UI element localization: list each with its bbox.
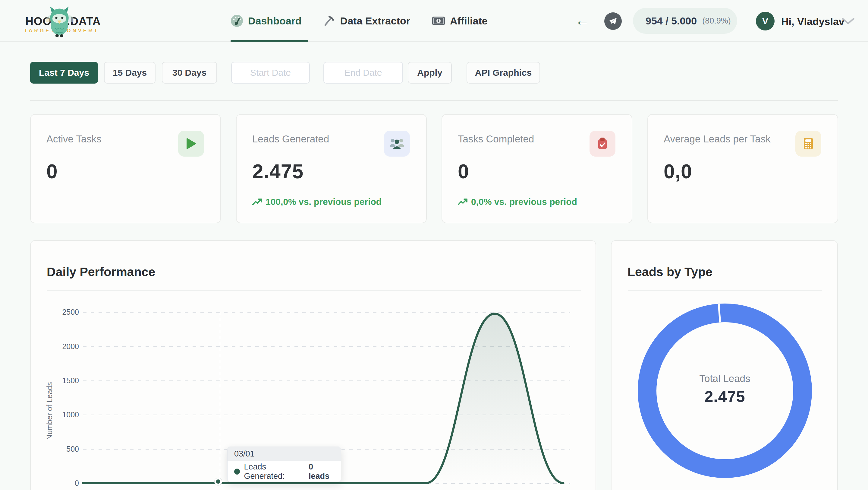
total-leads-value: 2.475 (668, 387, 781, 405)
usage-quota-badge[interactable]: 954 / 5.000 (80.9%) (633, 8, 737, 34)
stat-value: 0 (46, 160, 58, 183)
usage-used: 954 (646, 15, 663, 27)
filter-bar: Last 7 Days 15 Days 30 Days - Apply API … (30, 62, 838, 84)
back-arrow-icon[interactable]: ← (575, 12, 590, 29)
user-greeting[interactable]: Hi, Vladyslav (781, 16, 844, 27)
tab-data-extractor-label: Data Extractor (340, 15, 410, 27)
daily-performance-panel: Daily Performance Number of Leads 2500 2… (30, 240, 596, 490)
top-header: HOOT .DATA TARGET & CONVERT Dashboard (0, 0, 868, 41)
pickaxe-icon (323, 15, 336, 27)
stat-title: Average Leads per Task (664, 133, 771, 145)
stat-card-tasks-completed: Tasks Completed 0 0,0% vs. previous peri… (441, 114, 632, 223)
filter-15-days-button[interactable]: 15 Days (104, 62, 156, 84)
api-graphics-button[interactable]: API Graphics (467, 62, 540, 84)
play-icon (178, 131, 204, 156)
usage-separator: / (665, 15, 668, 27)
filters-divider (30, 100, 838, 101)
stat-delta: 100,0% vs. previous period (252, 197, 381, 207)
trend-up-icon (458, 198, 468, 206)
active-tab-underline (230, 40, 308, 42)
tooltip-date: 03/01 (227, 447, 341, 461)
chevron-down-icon[interactable] (841, 18, 855, 25)
stat-delta-text: 100,0% vs. previous period (266, 197, 381, 207)
telegram-plane-glyph (609, 17, 618, 26)
stat-delta: 0,0% vs. previous period (458, 197, 577, 207)
filter-30-days-button[interactable]: 30 Days (162, 62, 217, 84)
clipboard-check-icon (590, 131, 615, 156)
chart-tooltip: 03/01 Leads Generated: 0 leads (227, 446, 341, 482)
usage-total: 5.000 (671, 15, 697, 27)
stat-title: Tasks Completed (458, 133, 534, 145)
app-logo[interactable]: HOOT .DATA TARGET & CONVERT (24, 4, 93, 37)
banknote-icon (432, 16, 445, 26)
stat-card-leads-generated: Leads Generated 2.475 100,0% vs. previou… (236, 114, 427, 223)
tab-data-extractor[interactable]: Data Extractor (323, 15, 410, 27)
people-icon (384, 131, 410, 156)
tab-affiliate[interactable]: Affiliate (432, 15, 488, 27)
stat-value: 0 (458, 160, 469, 183)
filter-last-7-days-button[interactable]: Last 7 Days (30, 62, 98, 84)
stat-value: 0,0 (664, 160, 692, 183)
stat-delta-text: 0,0% vs. previous period (471, 197, 577, 207)
stat-title: Leads Generated (252, 133, 329, 145)
trend-up-icon (252, 198, 262, 206)
stat-card-average-leads: Average Leads per Task 0,0 (647, 114, 838, 223)
start-date-input[interactable] (231, 62, 310, 84)
total-leads-label: Total Leads (668, 373, 781, 384)
hovered-data-point[interactable] (215, 478, 222, 485)
gauge-icon (230, 15, 243, 27)
usage-text: 954 / 5.000 (646, 15, 697, 27)
calculator-icon (795, 131, 821, 156)
stat-card-active-tasks: Active Tasks 0 (30, 114, 221, 223)
tab-dashboard[interactable]: Dashboard (230, 15, 302, 27)
telegram-icon[interactable] (604, 12, 622, 30)
end-date-input[interactable] (323, 62, 403, 84)
logo-owl-icon (43, 4, 76, 37)
stat-title: Active Tasks (46, 133, 101, 145)
series-color-dot (234, 468, 240, 474)
stat-value: 2.475 (252, 160, 304, 183)
donut-center-text: Total Leads 2.475 (668, 373, 781, 405)
apply-button[interactable]: Apply (408, 62, 452, 84)
tooltip-series-label: Leads Generated: (244, 462, 305, 481)
main-nav: Dashboard Data Extractor Affiliate (230, 0, 488, 41)
tab-dashboard-label: Dashboard (248, 15, 302, 27)
tooltip-body: Leads Generated: 0 leads (227, 461, 341, 482)
leads-donut-chart[interactable] (612, 241, 838, 490)
tab-affiliate-label: Affiliate (450, 15, 488, 27)
tooltip-value: 0 leads (309, 462, 334, 481)
usage-percent: (80.9%) (702, 16, 731, 26)
leads-by-type-panel: Leads by Type Total Leads 2.475 (611, 240, 838, 490)
user-avatar[interactable]: V (756, 12, 775, 30)
